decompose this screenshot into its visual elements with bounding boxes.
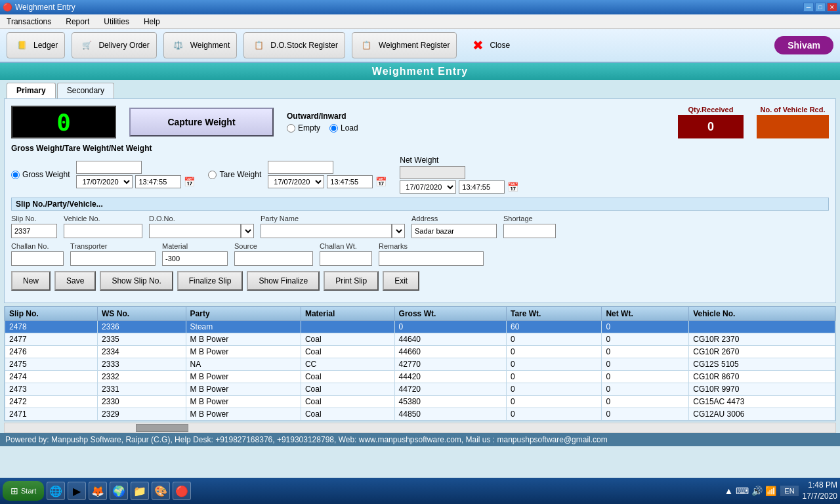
show-slip-no-button[interactable]: Show Slip No. xyxy=(100,271,173,291)
net-weight-input-group: Net Weight 17/07/2020 📅 xyxy=(400,156,518,194)
language-indicator[interactable]: EN xyxy=(780,486,798,496)
close-window-button[interactable]: ✕ xyxy=(827,3,837,12)
table-row[interactable]: 24752333NACC4277000CG12S 5105 xyxy=(5,358,835,371)
menu-report[interactable]: Report xyxy=(63,16,92,28)
gross-weight-input[interactable] xyxy=(76,161,142,174)
close-toolbar-icon: ✖ xyxy=(470,37,486,53)
table-row[interactable]: 24762334M B PowerCoal4466000CG10R 2670 xyxy=(5,346,835,358)
vehicle-no-field: Vehicle No. xyxy=(64,215,142,238)
net-weight-input[interactable] xyxy=(400,166,465,179)
table-cell-4-6: 0 xyxy=(602,371,689,383)
table-cell-0-1: 2336 xyxy=(98,321,186,333)
table-cell-7-5: 0 xyxy=(507,408,602,421)
table-cell-1-7: CG10R 2370 xyxy=(689,333,835,346)
tare-weight-radio[interactable] xyxy=(208,171,217,179)
tab-secondary[interactable]: Secondary xyxy=(57,83,114,98)
source-input[interactable] xyxy=(234,251,313,266)
taskbar-media-icon[interactable]: ▶ xyxy=(68,482,86,500)
new-button[interactable]: New xyxy=(11,271,51,291)
tare-weight-input[interactable] xyxy=(268,161,333,174)
load-radio-option[interactable]: Load xyxy=(329,123,358,133)
party-name-input[interactable] xyxy=(261,224,392,238)
table-cell-1-0: 2477 xyxy=(5,333,98,346)
app-icon: 🔴 xyxy=(3,3,12,12)
challan-wt-input[interactable] xyxy=(320,251,372,266)
save-button[interactable]: Save xyxy=(54,271,96,291)
horizontal-scrollbar[interactable] xyxy=(4,423,836,433)
taskbar-ie-icon[interactable]: 🌐 xyxy=(47,482,65,500)
maximize-button[interactable]: □ xyxy=(815,3,826,12)
table-row[interactable]: 24722330M B PowerCoal4538000CG15AC 4473 xyxy=(5,396,835,408)
net-calendar-icon[interactable]: 📅 xyxy=(507,182,518,192)
vehicle-no-input[interactable] xyxy=(64,224,142,238)
table-cell-0-3 xyxy=(301,321,394,333)
tare-date-select[interactable]: 17/07/2020 xyxy=(268,175,324,188)
empty-radio-option[interactable]: Empty xyxy=(287,123,320,133)
do-no-input[interactable] xyxy=(149,224,241,238)
menu-transactions[interactable]: Transactions xyxy=(4,16,54,28)
user-badge: Shivam xyxy=(774,36,833,54)
finalize-slip-button[interactable]: Finalize Slip xyxy=(177,271,243,291)
tray-up-arrow[interactable]: ▲ xyxy=(724,486,733,496)
table-row[interactable]: 24712329M B PowerCoal4485000CG12AU 3006 xyxy=(5,408,835,421)
ledger-button[interactable]: 📒 Ledger xyxy=(7,32,65,58)
tab-primary[interactable]: Primary xyxy=(7,83,56,98)
delivery-order-button[interactable]: 🛒 Delivery Order xyxy=(72,32,156,58)
table-row[interactable]: 24772335M B PowerCoal4464000CG10R 2370 xyxy=(5,333,835,346)
menu-help[interactable]: Help xyxy=(141,16,163,28)
tare-calendar-icon[interactable]: 📅 xyxy=(375,177,387,187)
source-field: Source xyxy=(234,242,313,266)
taskbar-paint-icon[interactable]: 🎨 xyxy=(152,482,170,500)
taskbar-firefox-icon[interactable]: 🦊 xyxy=(89,482,107,500)
gross-weight-radio[interactable] xyxy=(11,171,20,179)
tray-sound-icon[interactable]: 🔊 xyxy=(751,486,763,496)
do-stock-register-button[interactable]: 📋 D.O.Stock Register xyxy=(243,32,345,58)
empty-radio[interactable] xyxy=(287,124,295,133)
close-toolbar-button[interactable]: ✖ Close xyxy=(463,32,516,58)
tare-time-input[interactable] xyxy=(327,175,373,188)
table-cell-5-0: 2473 xyxy=(5,383,98,396)
taskbar-explorer-icon[interactable]: 📁 xyxy=(131,482,149,500)
load-radio[interactable] xyxy=(329,124,338,133)
address-input[interactable] xyxy=(411,224,497,238)
gross-weight-label: Gross Weight xyxy=(22,170,70,179)
taskbar-chrome-icon[interactable]: 🌍 xyxy=(110,482,128,500)
horizontal-scroll-thumb[interactable] xyxy=(136,424,188,432)
slip-no-input[interactable] xyxy=(11,224,57,238)
show-finalize-button[interactable]: Show Finalize xyxy=(247,271,320,291)
weight-inputs-row: Gross Weight 17/07/2020 📅 Tare Weight 17… xyxy=(11,156,829,194)
gross-date-select[interactable]: 17/07/2020 xyxy=(76,175,133,188)
challan-wt-field: Challan Wt. xyxy=(320,242,372,266)
start-label: Start xyxy=(21,487,36,495)
table-row[interactable]: 24782336Steam0600 xyxy=(5,321,835,333)
net-date-select[interactable]: 17/07/2020 xyxy=(400,180,456,194)
minimize-button[interactable]: ─ xyxy=(803,3,814,12)
menu-utilities[interactable]: Utilities xyxy=(101,16,132,28)
do-no-select[interactable]: ▼ xyxy=(241,224,254,238)
net-time-input[interactable] xyxy=(459,180,505,194)
shortage-input[interactable] xyxy=(503,224,556,238)
exit-button[interactable]: Exit xyxy=(383,271,419,291)
start-button[interactable]: ⊞ Start xyxy=(3,481,44,501)
taskbar-app-icon[interactable]: 🔴 xyxy=(173,482,191,500)
table-row[interactable]: 24742332M B PowerCoal4442000CG10R 8670 xyxy=(5,371,835,383)
net-weight-label: Net Weight xyxy=(400,156,518,165)
party-name-select[interactable]: ▼ xyxy=(392,224,405,238)
table-row[interactable]: 24732331M B PowerCoal4472000CG10R 9970 xyxy=(5,383,835,396)
col-slip-no: Slip No. xyxy=(5,307,98,321)
gross-calendar-icon[interactable]: 📅 xyxy=(184,177,195,187)
transporter-input[interactable] xyxy=(70,251,156,266)
gross-time-input[interactable] xyxy=(135,175,181,188)
capture-weight-button[interactable]: Capture Weight xyxy=(129,108,274,136)
print-slip-button[interactable]: Print Slip xyxy=(324,271,379,291)
weighment-register-button[interactable]: 📋 Weighment Register xyxy=(352,32,457,58)
weighment-label: Weighment xyxy=(190,41,230,50)
transporter-label: Transporter xyxy=(70,242,156,250)
challan-no-input[interactable] xyxy=(11,251,64,266)
remarks-input[interactable] xyxy=(379,251,484,266)
material-input[interactable] xyxy=(162,251,228,266)
table-cell-4-0: 2474 xyxy=(5,371,98,383)
load-label: Load xyxy=(341,123,358,133)
weighment-button[interactable]: ⚖️ Weighment xyxy=(163,32,237,58)
challan-wt-label: Challan Wt. xyxy=(320,242,372,250)
